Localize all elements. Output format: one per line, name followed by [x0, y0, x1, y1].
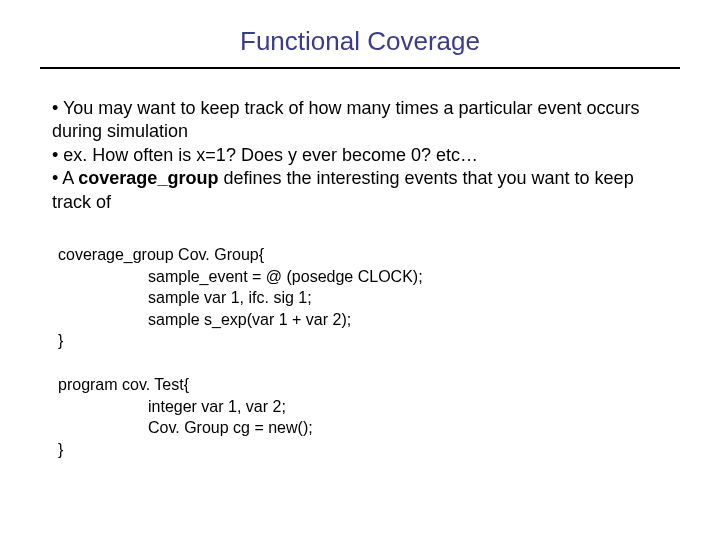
- bullet-1: • You may want to keep track of how many…: [52, 98, 640, 141]
- slide: Functional Coverage • You may want to ke…: [0, 0, 720, 540]
- bullet-2: • ex. How often is x=1? Does y ever beco…: [52, 145, 478, 165]
- code1-line2: sample_event = @ (posedge CLOCK);: [58, 266, 680, 288]
- code1-line3: sample var 1, ifc. sig 1;: [58, 287, 680, 309]
- title-divider: [40, 67, 680, 69]
- code2-line1: program cov. Test{: [58, 374, 680, 396]
- code2-line3: Cov. Group cg = new();: [58, 417, 680, 439]
- code2-line2: integer var 1, var 2;: [58, 396, 680, 418]
- body-bullets: • You may want to keep track of how many…: [52, 97, 670, 214]
- code-block-1: coverage_group Cov. Group{ sample_event …: [58, 244, 680, 352]
- code1-line4: sample s_exp(var 1 + var 2);: [58, 309, 680, 331]
- code1-line5: }: [58, 330, 680, 352]
- slide-title: Functional Coverage: [40, 26, 680, 57]
- bullet-3-prefix: • A: [52, 168, 78, 188]
- code2-line4: }: [58, 439, 680, 461]
- code1-line1: coverage_group Cov. Group{: [58, 244, 680, 266]
- code-block-2: program cov. Test{ integer var 1, var 2;…: [58, 374, 680, 460]
- bullet-3-bold: coverage_group: [78, 168, 218, 188]
